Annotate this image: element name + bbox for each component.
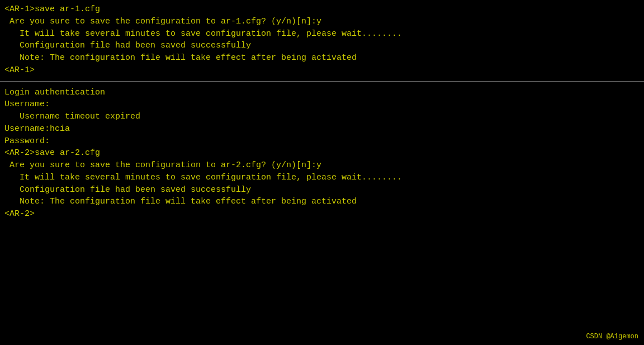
- bottom-section: Login authenticationUsername: Username t…: [0, 82, 644, 346]
- terminal-line: <AR-1>: [4, 64, 640, 77]
- terminal-line: Password:: [4, 135, 640, 148]
- watermark: CSDN @A1gemon: [586, 333, 638, 341]
- terminal-line: Are you sure to save the configuration t…: [4, 159, 640, 172]
- terminal-line: <AR-2>save ar-2.cfg: [4, 147, 640, 159]
- terminal-line: Username:hcia: [4, 123, 640, 135]
- terminal-line: Configuration file had been saved succes…: [4, 40, 640, 52]
- terminal-line: Login authentication: [4, 87, 640, 99]
- terminal-line: <AR-1>save ar-1.cfg: [4, 3, 640, 16]
- terminal-container: <AR-1>save ar-1.cfg Are you sure to save…: [0, 0, 644, 345]
- terminal-line: <AR-2>: [4, 208, 640, 220]
- terminal-line: Username timeout expired: [4, 111, 640, 123]
- terminal-line: Username:: [4, 98, 640, 111]
- terminal-line: It will take several minutes to save con…: [4, 28, 640, 40]
- terminal-line: Are you sure to save the configuration t…: [4, 16, 640, 28]
- terminal-line: Note: The configuration file will take e…: [4, 196, 640, 208]
- top-section: <AR-1>save ar-1.cfg Are you sure to save…: [0, 0, 644, 82]
- terminal-line: It will take several minutes to save con…: [4, 172, 640, 184]
- terminal-line: Note: The configuration file will take e…: [4, 52, 640, 64]
- terminal-line: Configuration file had been saved succes…: [4, 184, 640, 196]
